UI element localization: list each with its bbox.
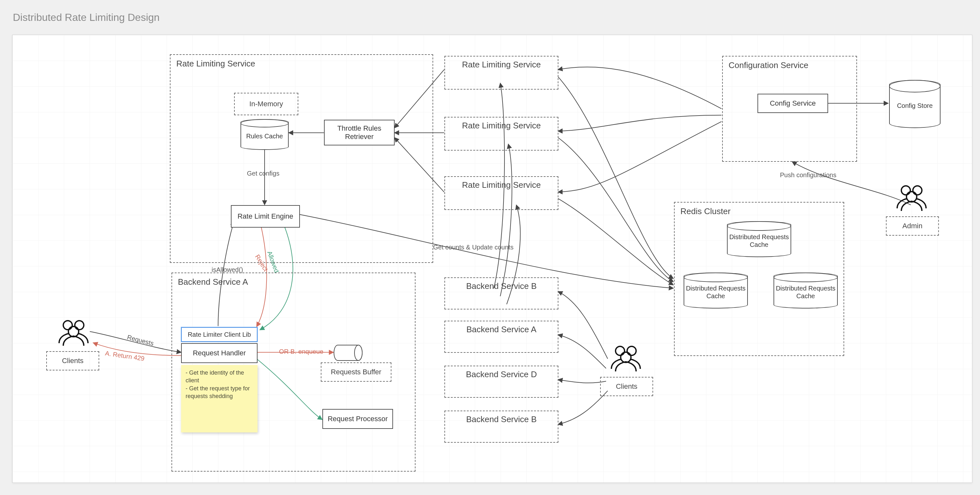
svg-point-1 bbox=[913, 186, 922, 195]
svg-point-0 bbox=[901, 186, 910, 195]
buffer-pipe[interactable] bbox=[334, 345, 363, 361]
ghost-rls-1[interactable]: Rate Limiting Service bbox=[444, 56, 558, 90]
redis-cache-2[interactable]: Distributed Requests Cache bbox=[684, 273, 748, 308]
requests-buffer[interactable]: Requests Buffer bbox=[321, 362, 391, 382]
group-title-redis: Redis Cluster bbox=[675, 203, 843, 220]
edge-enqueue: OR B. enqueue bbox=[279, 348, 323, 355]
edge-push-config: Push configurations bbox=[780, 171, 837, 179]
rate-limit-engine[interactable]: Rate Limit Engine bbox=[231, 205, 300, 228]
redis-cache-1[interactable]: Distributed Requests Cache bbox=[727, 221, 791, 257]
edge-get-counts: Get counts & Update counts bbox=[433, 244, 514, 251]
svg-point-6 bbox=[63, 321, 72, 330]
ghost-backend-b2[interactable]: Backend Service B bbox=[444, 411, 558, 443]
redis-cache-3[interactable]: Distributed Requests Cache bbox=[773, 273, 838, 308]
admin-label: Admin bbox=[886, 216, 939, 236]
svg-point-5 bbox=[621, 352, 631, 362]
config-store[interactable]: Config Store bbox=[889, 80, 940, 128]
svg-point-7 bbox=[75, 321, 84, 330]
throttle-rules-retriever[interactable]: Throttle Rules Retriever bbox=[324, 120, 395, 145]
request-processor[interactable]: Request Processor bbox=[322, 409, 393, 429]
admin-actor[interactable] bbox=[892, 182, 931, 211]
clients-left-label: Clients bbox=[46, 351, 99, 370]
group-title-config: Configuration Service bbox=[723, 57, 856, 74]
svg-point-2 bbox=[907, 192, 917, 202]
svg-point-3 bbox=[616, 346, 625, 355]
sticky-note[interactable]: - Get the identity of the client - Get t… bbox=[181, 365, 258, 432]
ghost-rls-3[interactable]: Rate Limiting Service bbox=[444, 176, 558, 210]
config-service[interactable]: Config Service bbox=[757, 94, 828, 113]
ghost-backend-b1[interactable]: Backend Service B bbox=[444, 278, 558, 309]
people-icon bbox=[892, 182, 931, 211]
svg-point-8 bbox=[68, 327, 79, 337]
clients-right-label: Clients bbox=[600, 377, 653, 396]
ghost-rls-2[interactable]: Rate Limiting Service bbox=[444, 117, 558, 151]
rules-cache[interactable]: Rules Cache bbox=[240, 119, 289, 150]
group-title-backend: Backend Service A bbox=[172, 273, 415, 291]
page-title: Distributed Rate Limiting Design bbox=[13, 11, 159, 24]
in-memory-label: In-Memory bbox=[234, 93, 298, 115]
group-rate-limiting-service[interactable]: Rate Limiting Service bbox=[170, 54, 433, 263]
people-icon bbox=[54, 317, 93, 346]
clients-right-actor[interactable] bbox=[606, 343, 645, 372]
ghost-backend-d1[interactable]: Backend Service D bbox=[444, 366, 558, 398]
people-icon bbox=[606, 343, 645, 372]
diagram-canvas[interactable]: Rate Limiting Service In-Memory Rules Ca… bbox=[12, 35, 972, 483]
clients-left-actor[interactable] bbox=[54, 317, 93, 346]
request-handler[interactable]: Request Handler bbox=[181, 343, 258, 363]
ghost-backend-a1[interactable]: Backend Service A bbox=[444, 321, 558, 353]
edge-get-configs: Get configs bbox=[247, 170, 279, 177]
svg-point-4 bbox=[627, 346, 636, 355]
group-title: Rate Limiting Service bbox=[170, 55, 433, 73]
rate-limiter-client-lib[interactable]: Rate Limiter Client Lib bbox=[181, 327, 258, 342]
